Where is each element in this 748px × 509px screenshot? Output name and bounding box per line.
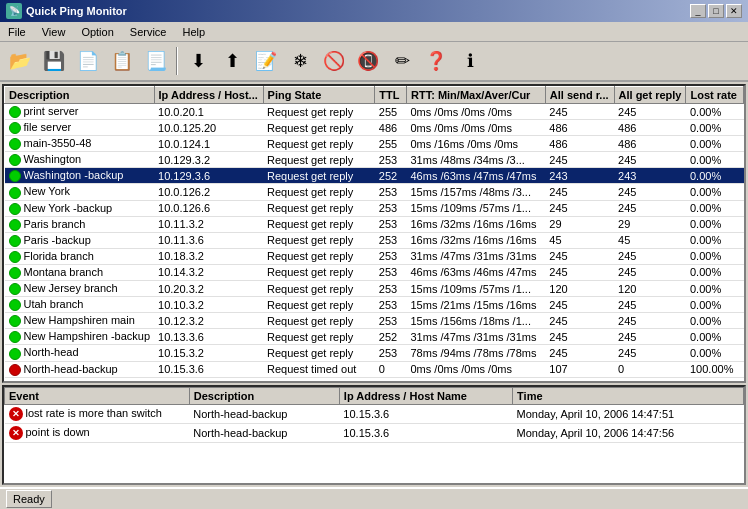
menu-item-help[interactable]: Help xyxy=(179,25,210,39)
cell-ttl: 253 xyxy=(375,152,407,168)
cell-ip: 10.15.3.6 xyxy=(154,361,263,377)
event-cell-ip: 10.15.3.6 xyxy=(339,424,512,443)
cell-ttl: 253 xyxy=(375,216,407,232)
save-button[interactable]: 💾 xyxy=(38,45,70,77)
cell-reply: 29 xyxy=(614,216,686,232)
arrow-up-button[interactable]: ⬆ xyxy=(216,45,248,77)
cell-rtt: 15ms /109ms /57ms /1... xyxy=(407,281,546,297)
cell-ttl: 255 xyxy=(375,104,407,120)
cell-reply: 120 xyxy=(614,281,686,297)
cell-rtt: 0ms /0ms /0ms /0ms xyxy=(407,361,546,377)
cell-state: Request get reply xyxy=(263,216,375,232)
cell-ttl: 253 xyxy=(375,248,407,264)
cell-ip: 10.18.3.2 xyxy=(154,248,263,264)
minimize-button[interactable]: _ xyxy=(690,4,706,18)
add-button[interactable]: 📝 xyxy=(250,45,282,77)
cell-ip: 10.11.3.6 xyxy=(154,232,263,248)
col-header-rtt[interactable]: RTT: Min/Max/Aver/Cur xyxy=(407,87,546,104)
table-row[interactable]: Florida branch10.18.3.2Request get reply… xyxy=(5,248,744,264)
cell-reply: 245 xyxy=(614,104,686,120)
cell-desc: Paris branch xyxy=(24,218,86,230)
open-button[interactable]: 📂 xyxy=(4,45,36,77)
status-dot xyxy=(9,299,21,311)
cell-ttl: 255 xyxy=(375,136,407,152)
cell-send: 245 xyxy=(545,297,614,313)
cell-desc: New Hampshiren -backup xyxy=(24,330,151,342)
col-header-lost[interactable]: Lost rate xyxy=(686,87,744,104)
new-button[interactable]: 📄 xyxy=(72,45,104,77)
freeze-button[interactable]: ❄ xyxy=(284,45,316,77)
cell-ip: 10.15.3.2 xyxy=(154,345,263,361)
copy-button[interactable]: 📋 xyxy=(106,45,138,77)
cell-send: 486 xyxy=(545,120,614,136)
table-row[interactable]: North-head10.15.3.2Request get reply2537… xyxy=(5,345,744,361)
cell-lost: 0.00% xyxy=(686,216,744,232)
main-content: Description Ip Address / Host... Ping St… xyxy=(0,82,748,487)
event-col-ip[interactable]: Ip Address / Host Name xyxy=(339,388,512,405)
event-section: Event Description Ip Address / Host Name… xyxy=(2,385,746,485)
cell-rtt: 31ms /48ms /34ms /3... xyxy=(407,152,546,168)
cell-desc: New Hampshiren main xyxy=(24,314,135,326)
event-row[interactable]: ✕point is downNorth-head-backup10.15.3.6… xyxy=(5,424,744,443)
cell-desc: New Jersey branch xyxy=(24,282,118,294)
close-button[interactable]: ✕ xyxy=(726,4,742,18)
menu-item-view[interactable]: View xyxy=(38,25,70,39)
event-col-event[interactable]: Event xyxy=(5,388,190,405)
help-button[interactable]: ❓ xyxy=(420,45,452,77)
table-row[interactable]: New Hampshiren main10.12.3.2Request get … xyxy=(5,313,744,329)
table-row[interactable]: North-head-backup10.15.3.6Request timed … xyxy=(5,361,744,377)
cell-rtt: 0ms /16ms /0ms /0ms xyxy=(407,136,546,152)
col-header-send[interactable]: All send r... xyxy=(545,87,614,104)
col-header-state[interactable]: Ping State xyxy=(263,87,375,104)
table-row[interactable]: Washington10.129.3.2Request get reply253… xyxy=(5,152,744,168)
event-cell-time: Monday, April 10, 2006 14:47:51 xyxy=(513,405,744,424)
table-row[interactable]: print server10.0.20.1Request get reply25… xyxy=(5,104,744,120)
paste-button[interactable]: 📃 xyxy=(140,45,172,77)
event-col-time[interactable]: Time xyxy=(513,388,744,405)
event-cell-desc: North-head-backup xyxy=(189,405,339,424)
event-row[interactable]: ✕lost rate is more than switchNorth-head… xyxy=(5,405,744,424)
arrow-down-button[interactable]: ⬇ xyxy=(182,45,214,77)
menu-item-option[interactable]: Option xyxy=(77,25,117,39)
cell-lost: 0.00% xyxy=(686,168,744,184)
cell-ttl: 253 xyxy=(375,313,407,329)
edit-button[interactable]: ✏ xyxy=(386,45,418,77)
cell-send: 245 xyxy=(545,329,614,345)
ping-table-scroll[interactable]: Description Ip Address / Host... Ping St… xyxy=(4,86,744,381)
cell-state: Request get reply xyxy=(263,232,375,248)
col-header-ttl[interactable]: TTL xyxy=(375,87,407,104)
table-row[interactable]: New Jersey branch10.20.3.2Request get re… xyxy=(5,281,744,297)
cell-desc: Washington xyxy=(24,153,82,165)
table-row[interactable]: main-3550-4810.0.124.1Request get reply2… xyxy=(5,136,744,152)
cell-lost: 0.00% xyxy=(686,136,744,152)
table-row[interactable]: Paris -backup10.11.3.6Request get reply2… xyxy=(5,232,744,248)
cell-send: 45 xyxy=(545,232,614,248)
menu-item-file[interactable]: File xyxy=(4,25,30,39)
table-row[interactable]: Utah branch10.10.3.2Request get reply253… xyxy=(5,297,744,313)
table-row[interactable]: Montana branch10.14.3.2Request get reply… xyxy=(5,264,744,280)
event-header-row: Event Description Ip Address / Host Name… xyxy=(5,388,744,405)
table-row[interactable]: Paris branch10.11.3.2Request get reply25… xyxy=(5,216,744,232)
cell-rtt: 78ms /94ms /78ms /78ms xyxy=(407,345,546,361)
cell-rtt: 31ms /47ms /31ms /31ms xyxy=(407,248,546,264)
event-col-desc[interactable]: Description xyxy=(189,388,339,405)
cell-ttl: 253 xyxy=(375,297,407,313)
no-signal-button[interactable]: 📵 xyxy=(352,45,384,77)
table-row[interactable]: New York10.0.126.2Request get reply25315… xyxy=(5,184,744,200)
cell-lost: 0.00% xyxy=(686,264,744,280)
menu-item-service[interactable]: Service xyxy=(126,25,171,39)
maximize-button[interactable]: □ xyxy=(708,4,724,18)
table-row[interactable]: file server10.0.125.20Request get reply4… xyxy=(5,120,744,136)
status-dot xyxy=(9,154,21,166)
cell-reply: 245 xyxy=(614,264,686,280)
table-row[interactable]: New Hampshiren -backup10.13.3.6Request g… xyxy=(5,329,744,345)
col-header-ip[interactable]: Ip Address / Host... xyxy=(154,87,263,104)
table-row[interactable]: Washington -backup10.129.3.6Request get … xyxy=(5,168,744,184)
col-header-reply[interactable]: All get reply xyxy=(614,87,686,104)
status-dot xyxy=(9,331,21,343)
cell-state: Request get reply xyxy=(263,313,375,329)
table-row[interactable]: New York -backup10.0.126.6Request get re… xyxy=(5,200,744,216)
info-button[interactable]: ℹ xyxy=(454,45,486,77)
stop-button[interactable]: 🚫 xyxy=(318,45,350,77)
col-header-desc[interactable]: Description xyxy=(5,87,155,104)
